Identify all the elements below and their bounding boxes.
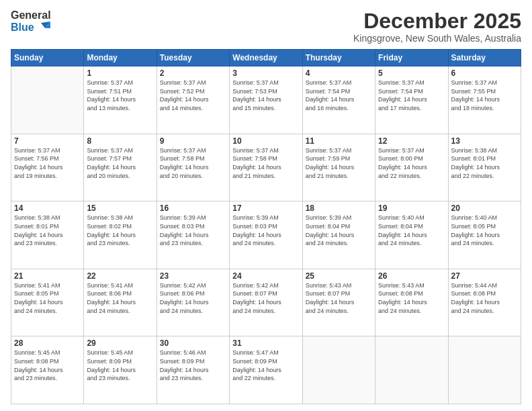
table-row: 17Sunrise: 5:39 AMSunset: 8:03 PMDayligh… (230, 201, 302, 269)
day-info: Sunrise: 5:37 AMSunset: 7:52 PMDaylight:… (160, 79, 226, 112)
day-info: Sunrise: 5:42 AMSunset: 8:07 PMDaylight:… (232, 281, 299, 315)
day-number: 16 (160, 203, 226, 213)
day-info: Sunrise: 5:37 AMSunset: 7:56 PMDaylight:… (14, 146, 81, 180)
table-row (375, 336, 448, 404)
table-row (302, 336, 375, 404)
table-row: 13Sunrise: 5:38 AMSunset: 8:01 PMDayligh… (448, 134, 521, 201)
table-row: 23Sunrise: 5:42 AMSunset: 8:06 PMDayligh… (157, 269, 229, 336)
day-info: Sunrise: 5:38 AMSunset: 8:01 PMDaylight:… (451, 146, 518, 180)
day-number: 20 (451, 203, 518, 213)
day-info: Sunrise: 5:37 AMSunset: 7:58 PMDaylight:… (160, 146, 226, 180)
table-row: 12Sunrise: 5:37 AMSunset: 8:00 PMDayligh… (375, 134, 448, 201)
day-number: 4 (306, 68, 372, 78)
day-number: 6 (451, 68, 518, 78)
day-info: Sunrise: 5:39 AMSunset: 8:03 PMDaylight:… (160, 214, 226, 247)
month-title: December 2025 (353, 9, 521, 33)
day-number: 31 (232, 338, 299, 348)
table-row: 1Sunrise: 5:37 AMSunset: 7:51 PMDaylight… (84, 66, 157, 134)
day-info: Sunrise: 5:38 AMSunset: 8:01 PMDaylight:… (14, 214, 81, 247)
table-row: 19Sunrise: 5:40 AMSunset: 8:04 PMDayligh… (375, 201, 448, 269)
logo: General Blue (11, 9, 51, 34)
table-row: 26Sunrise: 5:43 AMSunset: 8:08 PMDayligh… (375, 269, 448, 336)
header-sunday: Sunday (11, 50, 84, 66)
day-info: Sunrise: 5:40 AMSunset: 8:05 PMDaylight:… (451, 214, 518, 247)
header: General Blue December 2025 Kingsgrove, N… (11, 9, 521, 44)
day-number: 17 (232, 203, 299, 213)
calendar-week-2: 7Sunrise: 5:37 AMSunset: 7:56 PMDaylight… (11, 134, 521, 201)
day-info: Sunrise: 5:43 AMSunset: 8:07 PMDaylight:… (306, 281, 372, 315)
table-row: 30Sunrise: 5:46 AMSunset: 8:09 PMDayligh… (157, 336, 229, 404)
day-info: Sunrise: 5:37 AMSunset: 7:54 PMDaylight:… (378, 79, 445, 112)
calendar-table: Sunday Monday Tuesday Wednesday Thursday… (11, 49, 521, 404)
table-row (11, 66, 84, 134)
table-row: 11Sunrise: 5:37 AMSunset: 7:59 PMDayligh… (302, 134, 375, 201)
day-number: 11 (306, 136, 372, 146)
table-row: 28Sunrise: 5:45 AMSunset: 8:08 PMDayligh… (11, 336, 84, 404)
table-row: 31Sunrise: 5:47 AMSunset: 8:09 PMDayligh… (230, 336, 302, 404)
calendar-week-1: 1Sunrise: 5:37 AMSunset: 7:51 PMDaylight… (11, 66, 521, 134)
day-number: 13 (451, 136, 518, 146)
table-row (448, 336, 521, 404)
day-number: 8 (87, 136, 153, 146)
table-row: 24Sunrise: 5:42 AMSunset: 8:07 PMDayligh… (230, 269, 302, 336)
table-row: 9Sunrise: 5:37 AMSunset: 7:58 PMDaylight… (157, 134, 229, 201)
day-info: Sunrise: 5:37 AMSunset: 8:00 PMDaylight:… (378, 146, 445, 180)
day-info: Sunrise: 5:41 AMSunset: 8:06 PMDaylight:… (87, 281, 153, 315)
day-info: Sunrise: 5:37 AMSunset: 7:53 PMDaylight:… (232, 79, 299, 112)
subtitle: Kingsgrove, New South Wales, Australia (353, 33, 521, 44)
day-number: 18 (306, 203, 372, 213)
logo-text: General Blue (11, 9, 51, 34)
header-monday: Monday (84, 50, 157, 66)
table-row: 27Sunrise: 5:44 AMSunset: 8:08 PMDayligh… (448, 269, 521, 336)
day-info: Sunrise: 5:37 AMSunset: 7:51 PMDaylight:… (87, 79, 153, 112)
day-number: 1 (87, 68, 153, 78)
day-info: Sunrise: 5:45 AMSunset: 8:08 PMDaylight:… (14, 349, 81, 382)
day-info: Sunrise: 5:44 AMSunset: 8:08 PMDaylight:… (451, 281, 518, 315)
day-info: Sunrise: 5:39 AMSunset: 8:04 PMDaylight:… (306, 214, 372, 247)
day-number: 9 (160, 136, 226, 146)
day-info: Sunrise: 5:37 AMSunset: 7:57 PMDaylight:… (87, 146, 153, 180)
day-number: 29 (87, 338, 153, 348)
day-number: 25 (306, 271, 372, 281)
day-number: 28 (14, 338, 81, 348)
logo-bird-icon (36, 21, 50, 34)
day-info: Sunrise: 5:37 AMSunset: 7:59 PMDaylight:… (306, 146, 372, 180)
day-number: 22 (87, 271, 153, 281)
day-number: 3 (232, 68, 299, 78)
day-number: 15 (87, 203, 153, 213)
day-info: Sunrise: 5:46 AMSunset: 8:09 PMDaylight:… (160, 349, 226, 382)
day-info: Sunrise: 5:41 AMSunset: 8:05 PMDaylight:… (14, 281, 81, 315)
day-number: 30 (160, 338, 226, 348)
day-info: Sunrise: 5:37 AMSunset: 7:54 PMDaylight:… (306, 79, 372, 112)
day-number: 26 (378, 271, 445, 281)
day-number: 7 (14, 136, 81, 146)
day-number: 21 (14, 271, 81, 281)
table-row: 7Sunrise: 5:37 AMSunset: 7:56 PMDaylight… (11, 134, 84, 201)
day-info: Sunrise: 5:38 AMSunset: 8:02 PMDaylight:… (87, 214, 153, 247)
table-row: 29Sunrise: 5:45 AMSunset: 8:09 PMDayligh… (84, 336, 157, 404)
header-tuesday: Tuesday (157, 50, 229, 66)
header-wednesday: Wednesday (230, 50, 302, 66)
day-info: Sunrise: 5:42 AMSunset: 8:06 PMDaylight:… (160, 281, 226, 315)
day-info: Sunrise: 5:39 AMSunset: 8:03 PMDaylight:… (232, 214, 299, 247)
table-row: 4Sunrise: 5:37 AMSunset: 7:54 PMDaylight… (302, 66, 375, 134)
day-number: 23 (160, 271, 226, 281)
title-block: December 2025 Kingsgrove, New South Wale… (353, 9, 521, 44)
page: General Blue December 2025 Kingsgrove, N… (0, 0, 532, 411)
calendar-week-4: 21Sunrise: 5:41 AMSunset: 8:05 PMDayligh… (11, 269, 521, 336)
day-number: 27 (451, 271, 518, 281)
day-number: 12 (378, 136, 445, 146)
table-row: 21Sunrise: 5:41 AMSunset: 8:05 PMDayligh… (11, 269, 84, 336)
table-row: 20Sunrise: 5:40 AMSunset: 8:05 PMDayligh… (448, 201, 521, 269)
day-number: 19 (378, 203, 445, 213)
table-row: 14Sunrise: 5:38 AMSunset: 8:01 PMDayligh… (11, 201, 84, 269)
day-number: 10 (232, 136, 299, 146)
day-info: Sunrise: 5:43 AMSunset: 8:08 PMDaylight:… (378, 281, 445, 315)
day-number: 5 (378, 68, 445, 78)
table-row: 2Sunrise: 5:37 AMSunset: 7:52 PMDaylight… (157, 66, 229, 134)
day-number: 2 (160, 68, 226, 78)
header-saturday: Saturday (448, 50, 521, 66)
day-number: 14 (14, 203, 81, 213)
calendar-week-5: 28Sunrise: 5:45 AMSunset: 8:08 PMDayligh… (11, 336, 521, 404)
table-row: 22Sunrise: 5:41 AMSunset: 8:06 PMDayligh… (84, 269, 157, 336)
